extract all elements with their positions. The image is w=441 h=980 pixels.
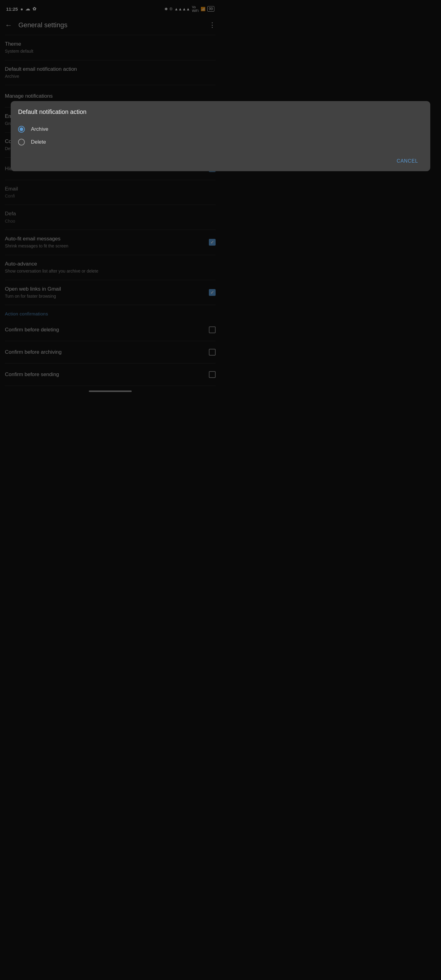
delete-option-label: Delete — [31, 139, 46, 145]
radio-delete[interactable] — [18, 139, 25, 145]
radio-archive[interactable] — [18, 126, 25, 133]
archive-option-label: Archive — [31, 126, 48, 132]
dialog-backdrop[interactable] — [0, 0, 221, 490]
dialog-option-archive[interactable]: Archive — [18, 123, 221, 136]
dialog-actions: Cancel — [18, 156, 221, 166]
dialog-option-delete[interactable]: Delete — [18, 136, 221, 148]
dialog-title: Default notification action — [18, 108, 221, 115]
default-notification-dialog: Default notification action Archive Dele… — [11, 101, 221, 171]
